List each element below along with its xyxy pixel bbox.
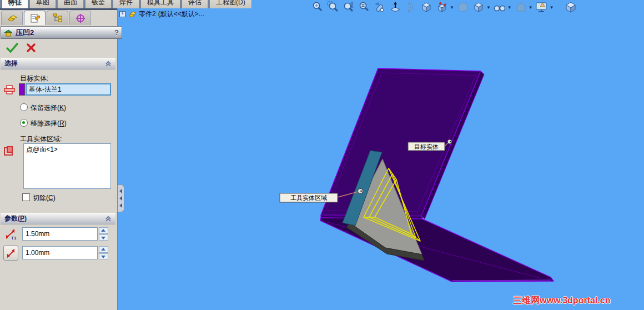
apply-scene-dropdown[interactable]: ▼ <box>550 5 554 10</box>
panel-top-divider <box>0 8 117 10</box>
feature-title: 压凹2 <box>16 28 112 38</box>
tab-dimxpert[interactable] <box>69 11 91 25</box>
rotate-view-icon[interactable] <box>373 1 386 13</box>
tree-config-text: (默认<<默认>... <box>158 9 204 19</box>
tool-region-label: 工具实体区域: <box>20 134 62 144</box>
thickness-spinner <box>99 227 108 241</box>
collapse-chevron-icon <box>105 61 112 67</box>
ok-button[interactable] <box>6 42 19 54</box>
view-cube-icon[interactable] <box>564 1 577 13</box>
hide-show-items-dropdown[interactable]: ▼ <box>507 5 512 10</box>
clearance-icon <box>6 248 16 258</box>
splitter-arrow-icon <box>119 189 122 193</box>
thickness-input[interactable] <box>22 227 98 241</box>
feature-header: 压凹2 ? <box>1 26 122 39</box>
tool-region-list[interactable]: 点@面<1> <box>23 143 111 189</box>
svg-text:目标实体: 目标实体 <box>414 143 439 150</box>
tab-evaluate[interactable]: 评估 <box>182 0 208 8</box>
zoom-to-area-icon[interactable] <box>326 1 340 13</box>
view-orientation-dropdown[interactable]: ▼ <box>450 5 454 10</box>
clearance-input[interactable] <box>22 246 98 259</box>
watermark: 三维网www.3dportal.cn <box>513 295 610 307</box>
cancel-button[interactable] <box>26 42 37 53</box>
selection-point-marker <box>358 189 363 194</box>
radio-icon-selected <box>20 119 28 127</box>
normal-to-icon[interactable] <box>389 1 402 13</box>
panel-splitter-handle[interactable] <box>118 184 124 212</box>
tab-sketch[interactable]: 草图 <box>29 0 56 8</box>
target-body-icon <box>3 84 16 94</box>
keep-selections-radio[interactable]: 保留选择(K) <box>20 103 66 113</box>
section-view-icon[interactable] <box>404 1 417 13</box>
tool-region-item[interactable]: 点@面<1> <box>24 144 110 156</box>
zoom-to-fit-icon[interactable] <box>311 1 324 13</box>
clearance-button[interactable] <box>3 246 18 261</box>
tab-feature-manager-tree[interactable] <box>1 11 23 25</box>
clearance-spinner <box>99 246 108 259</box>
selection-color-swatch <box>19 83 25 96</box>
dimxpert-icon <box>75 13 86 23</box>
tab-drawing[interactable]: 工程图(D) <box>209 0 252 8</box>
spinner-down-button[interactable] <box>99 234 108 241</box>
splitter-arrow-icon <box>119 203 122 208</box>
splitter-arrow-icon <box>119 196 122 201</box>
thickness-t1-icon: T1 <box>4 228 19 241</box>
tool-region-icon <box>3 146 16 157</box>
selection-group-label: 选择 <box>4 59 18 68</box>
target-body-selection-box[interactable]: 基体-法兰1 <box>26 83 111 96</box>
parameters-group-header[interactable]: 参数(P) <box>1 213 115 224</box>
spinner-up-button[interactable] <box>99 246 108 253</box>
spinner-up-button[interactable] <box>99 227 108 234</box>
hide-show-items-icon[interactable] <box>493 1 506 13</box>
spinner-down-button[interactable] <box>99 253 108 260</box>
configuration-manager-icon <box>52 13 63 23</box>
property-manager-icon <box>29 13 41 23</box>
tab-property-manager[interactable] <box>24 11 46 25</box>
tab-mold-tools[interactable]: 模具工具 <box>140 0 180 8</box>
tree-expand-button[interactable]: + <box>119 11 125 17</box>
part-icon <box>128 11 137 18</box>
command-manager-tabs: 特征 草图 曲面 钣金 焊件 模具工具 评估 工程图(D) <box>0 0 252 8</box>
panel-tabs <box>1 11 91 25</box>
radio-icon <box>20 103 28 111</box>
help-button[interactable]: ? <box>114 28 119 37</box>
apply-scene-icon[interactable] <box>535 1 549 13</box>
remove-selections-radio[interactable]: 移除选择(R) <box>20 119 67 128</box>
appearances-dropdown[interactable]: ▼ <box>529 5 533 10</box>
selection-point-marker <box>447 139 452 144</box>
cut-checkbox[interactable]: 切除(C) <box>22 193 56 203</box>
display-style-dropdown[interactable]: ▼ <box>486 5 491 10</box>
checkbox-icon <box>22 193 30 201</box>
solidworks-window: 目标实体 工具实体区域 特征 草图 曲面 钣金 焊件 模具工具 评估 工程图(D… <box>0 0 644 310</box>
feature-manager-icon <box>7 14 18 23</box>
confirm-row <box>0 39 123 56</box>
display-style-icon[interactable] <box>472 1 485 13</box>
isometric-view-icon[interactable] <box>420 1 433 13</box>
feature-tree-root: + 零件2 (默认<<默认>... <box>119 9 204 19</box>
property-manager-panel: 压凹2 ? 选择 目标实体: 基体-法兰1 保留选择(K) 移除选择(R) 工 <box>0 8 118 310</box>
selection-group-header[interactable]: 选择 <box>1 58 115 69</box>
view-orientation-icon[interactable] <box>435 1 449 13</box>
tab-configuration-manager[interactable] <box>47 11 68 25</box>
appearances-icon[interactable] <box>514 1 527 13</box>
svg-text:T1: T1 <box>11 236 17 241</box>
svg-text:工具实体区域: 工具实体区域 <box>290 194 327 201</box>
perspective-icon[interactable] <box>456 1 470 13</box>
zoom-in-out-icon[interactable] <box>342 1 355 13</box>
tab-sheet-metal[interactable]: 钣金 <box>85 0 112 8</box>
zoom-to-selection-icon[interactable] <box>358 1 371 13</box>
collapse-chevron-icon <box>105 216 112 222</box>
tab-surfaces[interactable]: 曲面 <box>57 0 84 8</box>
tree-part-name[interactable]: 零件2 <box>139 9 156 19</box>
tab-weldments[interactable]: 焊件 <box>113 0 139 8</box>
target-body-label: 目标实体: <box>20 74 48 83</box>
view-toolbar: ▼ ▼ ▼ ▼ ▼ <box>311 1 577 13</box>
tab-features[interactable]: 特征 <box>2 0 28 8</box>
parameters-group-label: 参数(P) <box>4 214 27 223</box>
target-body-value: 基体-法兰1 <box>29 85 62 94</box>
indent-feature-icon <box>4 29 13 37</box>
